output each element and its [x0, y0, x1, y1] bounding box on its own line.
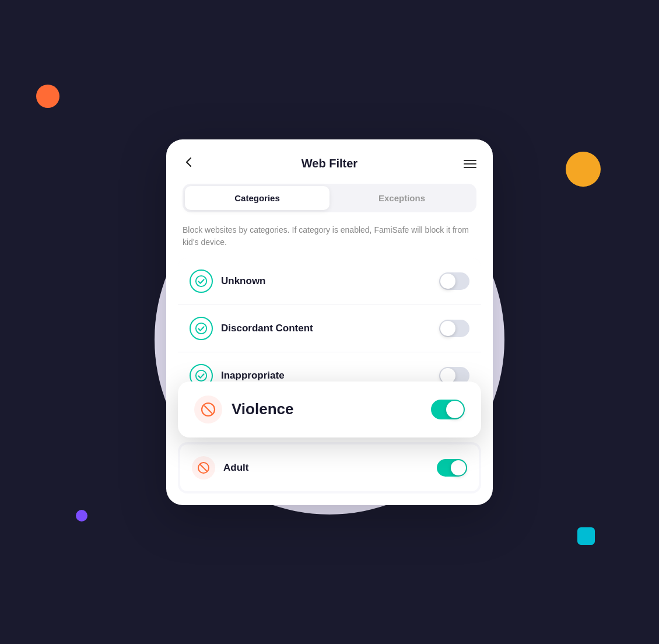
dot-yellow [566, 152, 601, 187]
description-text: Block websites by categories. If categor… [166, 224, 493, 258]
discordant-toggle-knob [440, 321, 455, 336]
unknown-toggle-knob [440, 274, 455, 289]
svg-point-0 [196, 275, 206, 286]
svg-point-2 [196, 370, 206, 380]
unknown-toggle[interactable] [439, 272, 469, 290]
violence-icon [194, 396, 222, 424]
app-header: Web Filter [166, 139, 493, 184]
violence-toggle-knob [446, 401, 464, 418]
unknown-label: Unknown [221, 275, 439, 287]
adult-icon [192, 456, 215, 480]
tab-categories[interactable]: Categories [185, 186, 330, 210]
category-item-unknown: Unknown [178, 258, 481, 305]
violence-label: Violence [232, 400, 431, 418]
dot-teal [577, 527, 595, 545]
page-title: Web Filter [302, 157, 357, 170]
adult-section: Adult [178, 442, 481, 494]
discordant-toggle[interactable] [439, 320, 469, 337]
violence-toggle[interactable] [431, 400, 465, 419]
phone-container: Web Filter Categories Exceptions Block w… [160, 139, 499, 505]
menu-button[interactable] [464, 160, 476, 168]
inappropriate-label: Inappropriate [221, 370, 439, 382]
unknown-icon [190, 270, 213, 293]
adult-label: Adult [223, 462, 437, 474]
discordant-label: Discordant Content [221, 323, 439, 334]
category-item-discordant: Discordant Content [178, 305, 481, 352]
adult-toggle-knob [451, 460, 466, 475]
phone-card: Web Filter Categories Exceptions Block w… [166, 139, 493, 505]
discordant-icon [190, 317, 213, 340]
violence-card: Violence [178, 382, 481, 438]
category-item-adult: Adult [180, 444, 479, 491]
inappropriate-toggle-knob [440, 368, 455, 383]
category-list: Unknown Discordant Content [178, 258, 481, 399]
back-button[interactable] [183, 156, 195, 172]
tab-exceptions[interactable]: Exceptions [330, 186, 474, 210]
dot-orange [36, 85, 59, 108]
svg-point-1 [196, 323, 206, 333]
tab-bar: Categories Exceptions [183, 184, 476, 212]
dot-purple [76, 510, 87, 522]
svg-line-6 [201, 464, 207, 471]
adult-toggle[interactable] [437, 459, 467, 477]
svg-line-4 [205, 406, 212, 413]
